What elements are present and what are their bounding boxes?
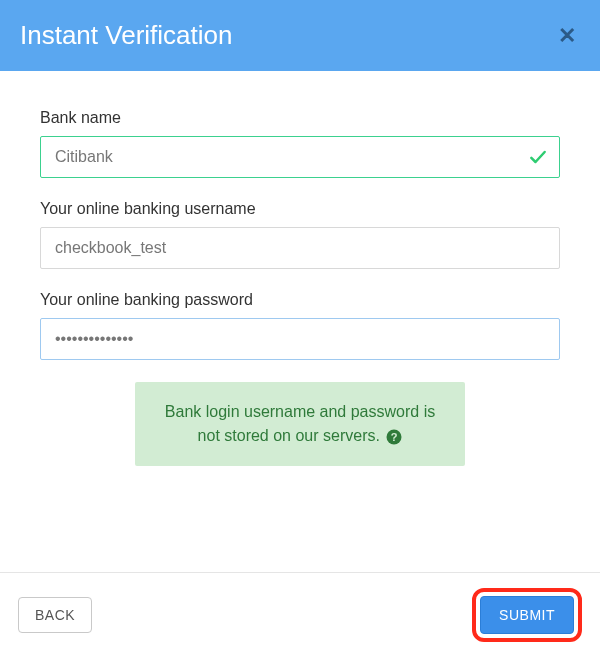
bank-name-input[interactable] (40, 136, 560, 178)
modal-title: Instant Verification (20, 20, 232, 51)
modal-header: Instant Verification ✕ (0, 0, 600, 71)
username-input-wrap (40, 227, 560, 269)
password-input-wrap (40, 318, 560, 360)
back-button[interactable]: BACK (18, 597, 92, 633)
password-label: Your online banking password (40, 291, 560, 309)
submit-highlight: SUBMIT (472, 588, 582, 642)
close-icon[interactable]: ✕ (554, 23, 580, 49)
bank-name-label: Bank name (40, 109, 560, 127)
username-input[interactable] (40, 227, 560, 269)
bank-name-field: Bank name (40, 109, 560, 178)
username-field: Your online banking username (40, 200, 560, 269)
svg-text:?: ? (391, 431, 398, 443)
password-input[interactable] (40, 318, 560, 360)
modal-content: Bank name Your online banking username Y… (0, 71, 600, 466)
submit-button[interactable]: SUBMIT (480, 596, 574, 634)
security-notice: Bank login username and password is not … (135, 382, 465, 466)
password-field: Your online banking password (40, 291, 560, 360)
username-label: Your online banking username (40, 200, 560, 218)
help-icon[interactable]: ? (386, 429, 402, 445)
bank-name-input-wrap (40, 136, 560, 178)
modal-footer: BACK SUBMIT (0, 572, 600, 650)
